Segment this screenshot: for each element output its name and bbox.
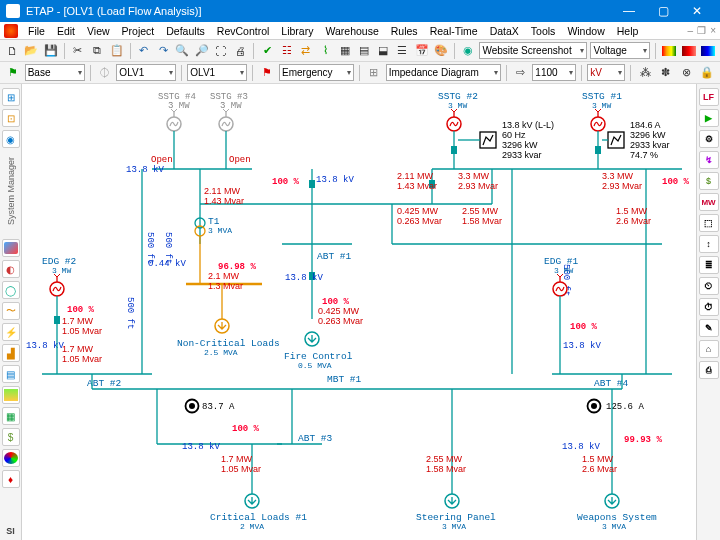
zap-icon[interactable]: ⚡ [2,323,20,341]
palette3-icon[interactable] [700,42,716,60]
check-icon[interactable]: ✔ [259,42,275,60]
home-button[interactable]: ⌂ [699,340,719,358]
display-unit-select[interactable]: Voltage [590,42,650,59]
config-select[interactable]: Emergency [279,64,354,81]
updown-button[interactable]: ↕ [699,235,719,253]
menu-edit[interactable]: Edit [51,23,81,39]
edit-button[interactable]: ✎ [699,319,719,337]
sysmgr-icon[interactable]: ⊞ [2,88,20,106]
print-icon[interactable]: 🖨 [232,42,248,60]
diagram-type-icon[interactable]: ⊞ [365,64,383,82]
undo-icon[interactable]: ↶ [136,42,152,60]
cost-button[interactable]: $ [699,172,719,190]
palette-icon[interactable]: ◐ [2,260,20,278]
left-tab-label[interactable]: System Manager [6,157,16,225]
meter2-element[interactable] [480,132,496,148]
print-button[interactable]: ⎙ [699,361,719,379]
menu-help[interactable]: Help [611,23,645,39]
diamonds-icon[interactable]: ♦ [2,470,20,488]
grid-icon[interactable]: ☷ [279,42,295,60]
kv-select[interactable]: kV [587,64,625,81]
sstg1-element[interactable] [591,109,605,131]
one-line-diagram-canvas[interactable]: SSTG #4 3 MW SSTG #3 3 MW Open Open SSTG… [22,84,696,540]
palette1-icon[interactable] [661,42,677,60]
menu-defaults[interactable]: Defaults [160,23,211,39]
presentation-select[interactable]: OLV1 [116,64,176,81]
mw-button[interactable]: MW [699,193,719,211]
run-loadflow-button[interactable]: LF [699,88,719,106]
config-icon[interactable]: ⚑ [4,64,22,82]
menu-library[interactable]: Library [275,23,319,39]
scope-icon[interactable]: ◉ [2,130,20,148]
edg2-element[interactable] [50,274,64,296]
doc-minimize-button[interactable]: – [688,25,694,36]
revision-select[interactable]: Base [25,64,85,81]
3d-surface-icon[interactable] [2,239,20,257]
menu-file[interactable]: File [22,23,51,39]
steering-element[interactable] [445,494,459,508]
sstg2-element[interactable] [447,109,461,131]
clock2-button[interactable]: ⏱ [699,298,719,316]
meter1-element[interactable] [608,132,624,148]
doc-restore-button[interactable]: ❐ [697,25,706,36]
text-icon[interactable]: ⁂ [636,64,654,82]
cut-icon[interactable]: ✂ [70,42,86,60]
critical-loads-element[interactable] [245,494,259,508]
clock1-button[interactable]: ⏲ [699,277,719,295]
align-icon[interactable]: ▦ [336,42,352,60]
new-icon[interactable]: 🗋 [4,42,20,60]
wave2-icon[interactable]: 〜 [2,302,20,320]
run-button[interactable]: ▶ [699,109,719,127]
open-icon[interactable]: 📂 [23,42,39,60]
menu-warehouse[interactable]: Warehouse [319,23,384,39]
zoom-in-icon[interactable]: 🔍 [174,42,190,60]
presentation2-select[interactable]: OLV1 [187,64,247,81]
weapons-element[interactable] [605,494,619,508]
flag-icon[interactable]: ⚑ [258,64,276,82]
ammeter-right[interactable] [588,400,601,413]
screenshot-select[interactable]: Website Screenshot [479,42,587,59]
sstg4-element[interactable] [167,109,181,131]
doc-close-button[interactable]: × [710,25,716,36]
ammeter-left[interactable] [186,400,199,413]
noncrit-element[interactable] [215,319,229,333]
region-button[interactable]: ⬚ [699,214,719,232]
si-label[interactable]: SI [2,522,20,540]
palette2-icon[interactable] [681,42,697,60]
color-icon[interactable]: 🎨 [433,42,449,60]
map-icon[interactable] [2,386,20,404]
menu-revcontrol[interactable]: RevControl [211,23,276,39]
ghost-icon[interactable]: ⏀ [96,64,114,82]
text2-icon[interactable]: ✽ [657,64,675,82]
menu-project[interactable]: Project [116,23,161,39]
swap-icon[interactable]: ⇄ [298,42,314,60]
stairs-icon[interactable]: ▟ [2,344,20,362]
rgb-icon[interactable] [2,449,20,467]
menu-realtime[interactable]: Real-Time [424,23,484,39]
zoom-fit-icon[interactable]: ⛶ [213,42,229,60]
layers-icon[interactable]: ☰ [394,42,410,60]
minimize-button[interactable]: — [612,4,646,18]
close-button[interactable]: ✕ [680,4,714,18]
copy-icon[interactable]: ⧉ [89,42,105,60]
paste-icon[interactable]: 📋 [108,42,124,60]
sstg3-element[interactable] [219,109,233,131]
save-icon[interactable]: 💾 [43,42,59,60]
menu-window[interactable]: Window [561,23,610,39]
globe-icon[interactable]: ◉ [460,42,476,60]
table-icon[interactable]: ▤ [356,42,372,60]
globe2-icon[interactable]: ◯ [2,281,20,299]
menu-tools[interactable]: Tools [525,23,562,39]
text3-icon[interactable]: ⊗ [678,64,696,82]
chart-icon[interactable]: ⬓ [375,42,391,60]
list-icon[interactable]: ▤ [2,365,20,383]
menu-datax[interactable]: DataX [484,23,525,39]
route-icon[interactable]: ⌇ [317,42,333,60]
circuit-icon[interactable]: ⊡ [2,109,20,127]
list-button[interactable]: ≣ [699,256,719,274]
study-select[interactable]: Impedance Diagram [386,64,501,81]
maximize-button[interactable]: ▢ [646,4,680,18]
arrow-icon[interactable]: ⇨ [512,64,530,82]
money-icon[interactable]: $ [2,428,20,446]
gear-icon[interactable]: ⚙ [699,130,719,148]
